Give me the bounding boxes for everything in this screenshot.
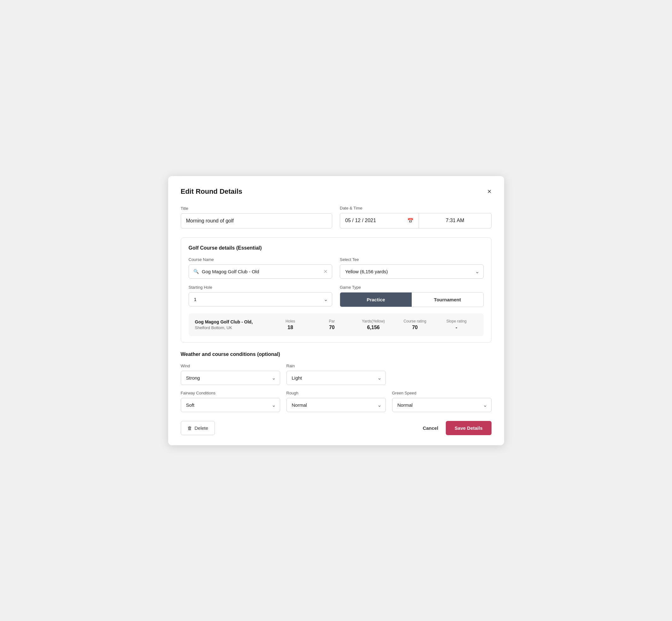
game-type-toggle: Practice Tournament bbox=[340, 292, 484, 307]
rain-dropdown[interactable]: Light bbox=[287, 371, 386, 385]
trash-icon: 🗑 bbox=[187, 425, 192, 431]
footer-right: Cancel Save Details bbox=[423, 421, 492, 435]
date-part[interactable]: 05 / 12 / 2021 📅 bbox=[340, 213, 419, 228]
golf-course-section: Golf Course details (Essential) Course N… bbox=[181, 237, 492, 343]
starting-hole-gametype-row: Starting Hole 1 ⌄ Game Type Practice Tou… bbox=[189, 285, 484, 307]
search-icon: 🔍 bbox=[194, 269, 199, 274]
rough-group: Rough Normal ⌄ bbox=[287, 391, 386, 412]
fairway-dropdown[interactable]: Soft bbox=[181, 398, 280, 412]
green-speed-group: Green Speed Normal ⌄ bbox=[392, 391, 492, 412]
fairway-wrap: Soft ⌄ bbox=[181, 398, 280, 412]
title-field-group: Title bbox=[181, 206, 333, 229]
par-value: 70 bbox=[311, 325, 353, 330]
calendar-icon: 📅 bbox=[407, 218, 414, 224]
yards-value: 6,156 bbox=[353, 325, 394, 330]
green-speed-wrap: Normal ⌄ bbox=[392, 398, 492, 412]
course-rating-label: Course rating bbox=[394, 319, 436, 323]
par-label: Par bbox=[311, 319, 353, 323]
course-info-location: Shelford Bottom, UK bbox=[195, 325, 270, 330]
wind-dropdown[interactable]: Strong bbox=[181, 371, 280, 385]
delete-label: Delete bbox=[195, 425, 208, 431]
rough-wrap: Normal ⌄ bbox=[287, 398, 386, 412]
date-value: 05 / 12 / 2021 bbox=[345, 218, 376, 223]
select-tee-group: Select Tee Yellow (6,156 yards) ⌄ bbox=[340, 257, 484, 279]
modal-title: Edit Round Details bbox=[181, 188, 243, 196]
par-stat: Par 70 bbox=[311, 319, 353, 330]
clear-icon[interactable]: ✕ bbox=[323, 268, 328, 275]
course-info-name: Gog Magog Golf Club - Old, bbox=[195, 319, 270, 324]
datetime-row: 05 / 12 / 2021 📅 7:31 AM bbox=[340, 213, 492, 229]
select-tee-label: Select Tee bbox=[340, 257, 484, 262]
datetime-field-group: Date & Time 05 / 12 / 2021 📅 7:31 AM bbox=[340, 206, 492, 229]
time-part[interactable]: 7:31 AM bbox=[419, 213, 491, 228]
course-info-name-group: Gog Magog Golf Club - Old, Shelford Bott… bbox=[195, 319, 270, 330]
course-name-tee-row: Course Name 🔍 Gog Magog Golf Club - Old … bbox=[189, 257, 484, 279]
edit-round-modal: Edit Round Details × Title Date & Time 0… bbox=[168, 176, 504, 445]
course-rating-value: 70 bbox=[394, 325, 436, 330]
course-rating-stat: Course rating 70 bbox=[394, 319, 436, 330]
golf-course-title: Golf Course details (Essential) bbox=[189, 245, 484, 251]
weather-section: Weather and course conditions (optional)… bbox=[181, 351, 492, 412]
course-name-input-wrap[interactable]: 🔍 Gog Magog Golf Club - Old ✕ bbox=[189, 264, 333, 279]
rain-wrap: Light ⌄ bbox=[287, 371, 386, 385]
select-tee-wrap: Yellow (6,156 yards) ⌄ bbox=[340, 264, 484, 279]
cancel-button[interactable]: Cancel bbox=[423, 425, 438, 431]
save-button[interactable]: Save Details bbox=[446, 421, 491, 435]
game-type-label: Game Type bbox=[340, 285, 484, 290]
yards-stat: Yards(Yellow) 6,156 bbox=[353, 319, 394, 330]
starting-hole-group: Starting Hole 1 ⌄ bbox=[189, 285, 333, 307]
course-name-label: Course Name bbox=[189, 257, 333, 262]
delete-button[interactable]: 🗑 Delete bbox=[181, 421, 215, 435]
modal-footer: 🗑 Delete Cancel Save Details bbox=[181, 421, 492, 435]
starting-hole-dropdown[interactable]: 1 bbox=[189, 292, 333, 306]
holes-label: Holes bbox=[269, 319, 311, 323]
starting-hole-label: Starting Hole bbox=[189, 285, 333, 290]
title-input[interactable] bbox=[181, 213, 333, 229]
select-tee-dropdown[interactable]: Yellow (6,156 yards) bbox=[340, 264, 484, 279]
rough-label: Rough bbox=[287, 391, 386, 396]
wind-group: Wind Strong ⌄ bbox=[181, 364, 280, 385]
modal-header: Edit Round Details × bbox=[181, 188, 492, 196]
slope-rating-stat: Slope rating - bbox=[436, 319, 477, 330]
holes-stat: Holes 18 bbox=[269, 319, 311, 330]
holes-value: 18 bbox=[269, 325, 311, 330]
slope-rating-label: Slope rating bbox=[436, 319, 477, 323]
close-button[interactable]: × bbox=[488, 188, 492, 195]
datetime-label: Date & Time bbox=[340, 206, 492, 210]
wind-label: Wind bbox=[181, 364, 280, 368]
green-speed-label: Green Speed bbox=[392, 391, 492, 396]
rain-label: Rain bbox=[287, 364, 386, 368]
fairway-rough-green-row: Fairway Conditions Soft ⌄ Rough Normal ⌄ bbox=[181, 391, 492, 412]
wind-rain-row: Wind Strong ⌄ Rain Light ⌄ bbox=[181, 364, 492, 385]
practice-button[interactable]: Practice bbox=[340, 292, 412, 307]
course-name-group: Course Name 🔍 Gog Magog Golf Club - Old … bbox=[189, 257, 333, 279]
yards-label: Yards(Yellow) bbox=[353, 319, 394, 323]
weather-title: Weather and course conditions (optional) bbox=[181, 351, 492, 357]
slope-rating-value: - bbox=[436, 325, 477, 330]
fairway-group: Fairway Conditions Soft ⌄ bbox=[181, 391, 280, 412]
time-value: 7:31 AM bbox=[446, 218, 464, 223]
rain-group: Rain Light ⌄ bbox=[287, 364, 386, 385]
top-row: Title Date & Time 05 / 12 / 2021 📅 7:31 … bbox=[181, 206, 492, 229]
starting-hole-wrap: 1 ⌄ bbox=[189, 292, 333, 306]
game-type-group: Game Type Practice Tournament bbox=[340, 285, 484, 307]
wind-wrap: Strong ⌄ bbox=[181, 371, 280, 385]
course-name-value: Gog Magog Golf Club - Old bbox=[202, 269, 324, 274]
green-speed-dropdown[interactable]: Normal bbox=[392, 398, 492, 412]
fairway-label: Fairway Conditions bbox=[181, 391, 280, 396]
tournament-button[interactable]: Tournament bbox=[412, 292, 483, 307]
course-info-box: Gog Magog Golf Club - Old, Shelford Bott… bbox=[189, 313, 484, 336]
rough-dropdown[interactable]: Normal bbox=[287, 398, 386, 412]
title-label: Title bbox=[181, 206, 333, 211]
